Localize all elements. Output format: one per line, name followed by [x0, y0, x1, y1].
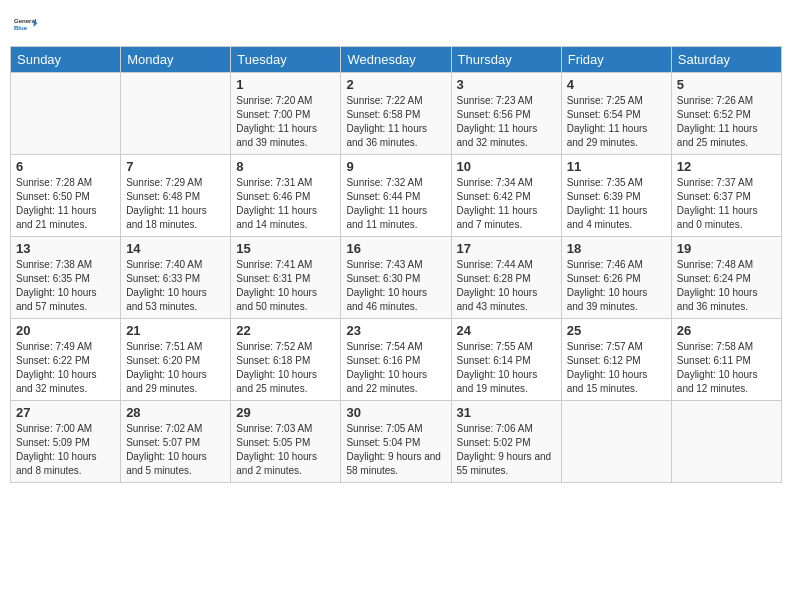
calendar-cell: 26Sunrise: 7:58 AM Sunset: 6:11 PM Dayli… [671, 319, 781, 401]
day-info: Sunrise: 7:28 AM Sunset: 6:50 PM Dayligh… [16, 176, 115, 232]
calendar-cell: 6Sunrise: 7:28 AM Sunset: 6:50 PM Daylig… [11, 155, 121, 237]
day-info: Sunrise: 7:34 AM Sunset: 6:42 PM Dayligh… [457, 176, 556, 232]
day-number: 1 [236, 77, 335, 92]
weekday-header-row: SundayMondayTuesdayWednesdayThursdayFrid… [11, 47, 782, 73]
calendar-cell: 8Sunrise: 7:31 AM Sunset: 6:46 PM Daylig… [231, 155, 341, 237]
calendar-cell: 20Sunrise: 7:49 AM Sunset: 6:22 PM Dayli… [11, 319, 121, 401]
day-info: Sunrise: 7:00 AM Sunset: 5:09 PM Dayligh… [16, 422, 115, 478]
calendar-cell: 27Sunrise: 7:00 AM Sunset: 5:09 PM Dayli… [11, 401, 121, 483]
calendar-cell: 29Sunrise: 7:03 AM Sunset: 5:05 PM Dayli… [231, 401, 341, 483]
day-number: 23 [346, 323, 445, 338]
day-info: Sunrise: 7:26 AM Sunset: 6:52 PM Dayligh… [677, 94, 776, 150]
calendar-week-row: 20Sunrise: 7:49 AM Sunset: 6:22 PM Dayli… [11, 319, 782, 401]
day-info: Sunrise: 7:43 AM Sunset: 6:30 PM Dayligh… [346, 258, 445, 314]
day-info: Sunrise: 7:38 AM Sunset: 6:35 PM Dayligh… [16, 258, 115, 314]
day-info: Sunrise: 7:05 AM Sunset: 5:04 PM Dayligh… [346, 422, 445, 478]
page-header: GeneralBlue [10, 10, 782, 38]
day-number: 22 [236, 323, 335, 338]
day-info: Sunrise: 7:44 AM Sunset: 6:28 PM Dayligh… [457, 258, 556, 314]
day-number: 20 [16, 323, 115, 338]
weekday-header: Wednesday [341, 47, 451, 73]
weekday-header: Friday [561, 47, 671, 73]
day-number: 31 [457, 405, 556, 420]
day-number: 12 [677, 159, 776, 174]
day-number: 29 [236, 405, 335, 420]
calendar-cell [671, 401, 781, 483]
day-info: Sunrise: 7:37 AM Sunset: 6:37 PM Dayligh… [677, 176, 776, 232]
logo-icon: GeneralBlue [14, 10, 42, 38]
calendar-cell: 13Sunrise: 7:38 AM Sunset: 6:35 PM Dayli… [11, 237, 121, 319]
day-number: 13 [16, 241, 115, 256]
day-number: 9 [346, 159, 445, 174]
logo: GeneralBlue [14, 10, 42, 38]
day-info: Sunrise: 7:49 AM Sunset: 6:22 PM Dayligh… [16, 340, 115, 396]
day-number: 5 [677, 77, 776, 92]
calendar-cell: 14Sunrise: 7:40 AM Sunset: 6:33 PM Dayli… [121, 237, 231, 319]
day-number: 27 [16, 405, 115, 420]
day-info: Sunrise: 7:51 AM Sunset: 6:20 PM Dayligh… [126, 340, 225, 396]
calendar-cell: 21Sunrise: 7:51 AM Sunset: 6:20 PM Dayli… [121, 319, 231, 401]
day-info: Sunrise: 7:22 AM Sunset: 6:58 PM Dayligh… [346, 94, 445, 150]
calendar-cell: 24Sunrise: 7:55 AM Sunset: 6:14 PM Dayli… [451, 319, 561, 401]
calendar-cell: 17Sunrise: 7:44 AM Sunset: 6:28 PM Dayli… [451, 237, 561, 319]
calendar-cell: 2Sunrise: 7:22 AM Sunset: 6:58 PM Daylig… [341, 73, 451, 155]
day-number: 3 [457, 77, 556, 92]
weekday-header: Thursday [451, 47, 561, 73]
calendar-week-row: 6Sunrise: 7:28 AM Sunset: 6:50 PM Daylig… [11, 155, 782, 237]
calendar-cell: 31Sunrise: 7:06 AM Sunset: 5:02 PM Dayli… [451, 401, 561, 483]
calendar-cell: 16Sunrise: 7:43 AM Sunset: 6:30 PM Dayli… [341, 237, 451, 319]
calendar-cell: 22Sunrise: 7:52 AM Sunset: 6:18 PM Dayli… [231, 319, 341, 401]
calendar-cell: 12Sunrise: 7:37 AM Sunset: 6:37 PM Dayli… [671, 155, 781, 237]
day-info: Sunrise: 7:02 AM Sunset: 5:07 PM Dayligh… [126, 422, 225, 478]
calendar-week-row: 1Sunrise: 7:20 AM Sunset: 7:00 PM Daylig… [11, 73, 782, 155]
day-number: 19 [677, 241, 776, 256]
day-info: Sunrise: 7:57 AM Sunset: 6:12 PM Dayligh… [567, 340, 666, 396]
weekday-header: Tuesday [231, 47, 341, 73]
calendar-cell: 30Sunrise: 7:05 AM Sunset: 5:04 PM Dayli… [341, 401, 451, 483]
calendar-cell: 19Sunrise: 7:48 AM Sunset: 6:24 PM Dayli… [671, 237, 781, 319]
day-number: 25 [567, 323, 666, 338]
day-number: 26 [677, 323, 776, 338]
day-info: Sunrise: 7:25 AM Sunset: 6:54 PM Dayligh… [567, 94, 666, 150]
day-info: Sunrise: 7:23 AM Sunset: 6:56 PM Dayligh… [457, 94, 556, 150]
calendar-cell: 23Sunrise: 7:54 AM Sunset: 6:16 PM Dayli… [341, 319, 451, 401]
calendar-table: SundayMondayTuesdayWednesdayThursdayFrid… [10, 46, 782, 483]
calendar-cell [11, 73, 121, 155]
day-info: Sunrise: 7:46 AM Sunset: 6:26 PM Dayligh… [567, 258, 666, 314]
day-info: Sunrise: 7:54 AM Sunset: 6:16 PM Dayligh… [346, 340, 445, 396]
day-number: 6 [16, 159, 115, 174]
day-info: Sunrise: 7:20 AM Sunset: 7:00 PM Dayligh… [236, 94, 335, 150]
calendar-cell: 10Sunrise: 7:34 AM Sunset: 6:42 PM Dayli… [451, 155, 561, 237]
calendar-cell: 11Sunrise: 7:35 AM Sunset: 6:39 PM Dayli… [561, 155, 671, 237]
calendar-cell: 1Sunrise: 7:20 AM Sunset: 7:00 PM Daylig… [231, 73, 341, 155]
day-number: 2 [346, 77, 445, 92]
day-info: Sunrise: 7:48 AM Sunset: 6:24 PM Dayligh… [677, 258, 776, 314]
day-info: Sunrise: 7:32 AM Sunset: 6:44 PM Dayligh… [346, 176, 445, 232]
day-info: Sunrise: 7:41 AM Sunset: 6:31 PM Dayligh… [236, 258, 335, 314]
calendar-cell: 7Sunrise: 7:29 AM Sunset: 6:48 PM Daylig… [121, 155, 231, 237]
calendar-cell: 18Sunrise: 7:46 AM Sunset: 6:26 PM Dayli… [561, 237, 671, 319]
calendar-cell: 9Sunrise: 7:32 AM Sunset: 6:44 PM Daylig… [341, 155, 451, 237]
weekday-header: Saturday [671, 47, 781, 73]
day-number: 14 [126, 241, 225, 256]
day-info: Sunrise: 7:31 AM Sunset: 6:46 PM Dayligh… [236, 176, 335, 232]
day-info: Sunrise: 7:06 AM Sunset: 5:02 PM Dayligh… [457, 422, 556, 478]
day-number: 17 [457, 241, 556, 256]
day-info: Sunrise: 7:40 AM Sunset: 6:33 PM Dayligh… [126, 258, 225, 314]
day-info: Sunrise: 7:29 AM Sunset: 6:48 PM Dayligh… [126, 176, 225, 232]
calendar-cell: 5Sunrise: 7:26 AM Sunset: 6:52 PM Daylig… [671, 73, 781, 155]
weekday-header: Sunday [11, 47, 121, 73]
day-number: 15 [236, 241, 335, 256]
weekday-header: Monday [121, 47, 231, 73]
day-number: 11 [567, 159, 666, 174]
day-info: Sunrise: 7:55 AM Sunset: 6:14 PM Dayligh… [457, 340, 556, 396]
day-number: 24 [457, 323, 556, 338]
day-number: 18 [567, 241, 666, 256]
day-info: Sunrise: 7:03 AM Sunset: 5:05 PM Dayligh… [236, 422, 335, 478]
day-number: 8 [236, 159, 335, 174]
calendar-cell: 25Sunrise: 7:57 AM Sunset: 6:12 PM Dayli… [561, 319, 671, 401]
day-number: 28 [126, 405, 225, 420]
calendar-cell [561, 401, 671, 483]
calendar-week-row: 27Sunrise: 7:00 AM Sunset: 5:09 PM Dayli… [11, 401, 782, 483]
day-number: 10 [457, 159, 556, 174]
